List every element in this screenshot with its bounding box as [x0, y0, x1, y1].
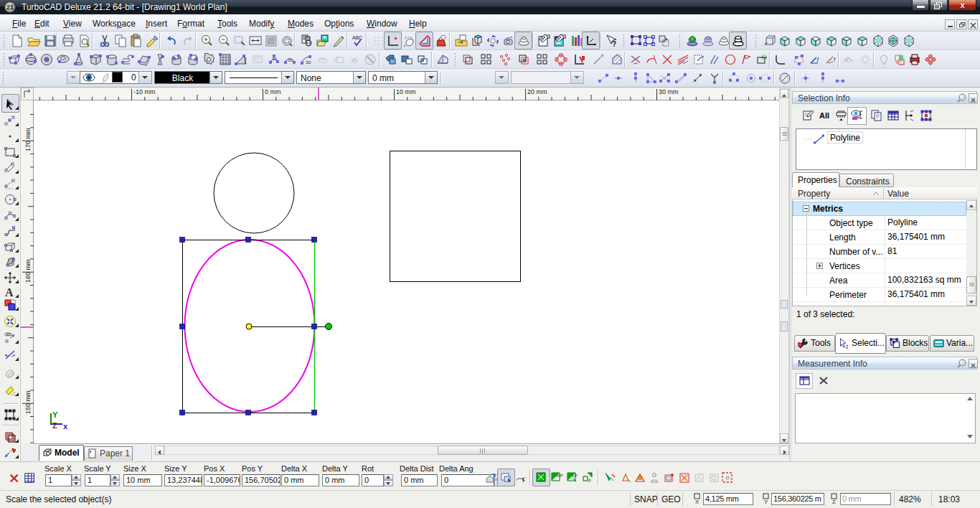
svg-text:ABC: ABC: [352, 35, 362, 40]
svg-text:150 mm: 150 mm: [24, 390, 32, 414]
svg-text:A: A: [5, 286, 14, 298]
svg-text:30: 30: [272, 57, 277, 61]
svg-text:x: x: [63, 422, 68, 431]
svg-text:X: X: [695, 499, 699, 504]
svg-text:?: ?: [612, 40, 616, 48]
svg-text:Y: Y: [764, 499, 768, 504]
svg-text:Z: Z: [52, 421, 57, 430]
svg-text:All: All: [819, 111, 829, 120]
svg-text:-10 mm: -10 mm: [133, 88, 156, 95]
svg-text:Y: Y: [52, 410, 58, 419]
svg-text:WP: WP: [556, 474, 563, 478]
svg-text:EP: EP: [572, 474, 578, 478]
svg-text:10 mm: 10 mm: [396, 88, 416, 95]
svg-text:3D: 3D: [306, 60, 311, 65]
svg-text:Z: Z: [832, 499, 836, 504]
svg-text:30: 30: [288, 58, 293, 62]
svg-text:160 mm: 160 mm: [24, 259, 32, 283]
svg-text:0 mm: 0 mm: [265, 88, 281, 95]
svg-text:30 mm: 30 mm: [659, 88, 679, 95]
svg-text:20 mm: 20 mm: [527, 88, 547, 95]
svg-text:P: P: [588, 479, 591, 483]
svg-text:170 mm: 170 mm: [24, 128, 32, 151]
